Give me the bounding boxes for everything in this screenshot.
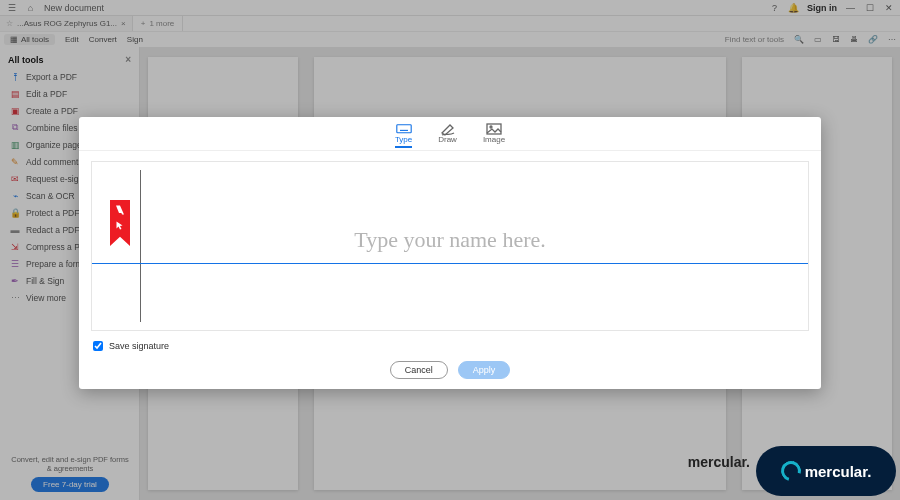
signature-mode-tabs: Type Draw Image [79, 117, 821, 151]
save-signature-label: Save signature [109, 341, 169, 351]
tab-type[interactable]: Type [395, 123, 412, 148]
signature-modal: Type Draw Image Type your name here. Sav… [79, 117, 821, 389]
adobe-a-icon [114, 204, 126, 216]
signature-margin-line [140, 170, 141, 322]
save-signature-row: Save signature [79, 337, 821, 355]
modal-overlay: Type Draw Image Type your name here. Sav… [0, 0, 900, 500]
tab-image[interactable]: Image [483, 123, 505, 148]
tab-draw[interactable]: Draw [438, 123, 457, 148]
svg-rect-0 [396, 125, 410, 133]
modal-actions: Cancel Apply [79, 355, 821, 389]
draw-icon [440, 123, 456, 135]
image-icon [486, 123, 502, 135]
adobe-bookmark [110, 200, 130, 246]
keyboard-icon [396, 123, 412, 135]
svg-point-8 [490, 126, 492, 128]
signature-baseline [92, 263, 808, 264]
save-signature-checkbox[interactable] [93, 341, 103, 351]
watermark-badge: mercular. [756, 446, 896, 496]
cursor-icon [114, 220, 126, 232]
cancel-button[interactable]: Cancel [390, 361, 448, 379]
apply-button[interactable]: Apply [458, 361, 511, 379]
watermark-small: mercular. [688, 454, 750, 470]
signature-placeholder: Type your name here. [354, 227, 546, 253]
brand-ring-icon [777, 457, 804, 484]
signature-input-area[interactable]: Type your name here. [91, 161, 809, 331]
